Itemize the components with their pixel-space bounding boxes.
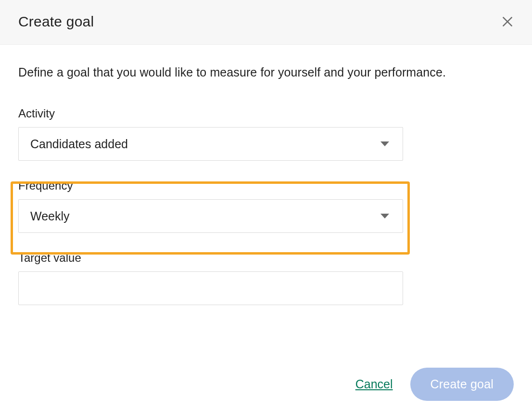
cancel-button[interactable]: Cancel bbox=[355, 377, 393, 391]
activity-value: Candidates added bbox=[30, 137, 128, 151]
frequency-select[interactable]: Weekly bbox=[18, 199, 403, 233]
create-goal-modal: Create goal Define a goal that you would… bbox=[0, 0, 532, 410]
modal-footer: Cancel Create goal bbox=[0, 368, 532, 401]
create-goal-button[interactable]: Create goal bbox=[410, 368, 514, 401]
caret-down-icon bbox=[380, 213, 389, 219]
activity-select[interactable]: Candidates added bbox=[18, 127, 403, 161]
target-label: Target value bbox=[18, 251, 514, 265]
target-input[interactable] bbox=[18, 271, 403, 305]
svg-marker-2 bbox=[380, 141, 389, 146]
modal-description: Define a goal that you would like to mea… bbox=[18, 64, 514, 81]
activity-group: Activity Candidates added bbox=[18, 107, 514, 161]
close-icon[interactable] bbox=[501, 15, 514, 28]
caret-down-icon bbox=[380, 141, 389, 147]
modal-header: Create goal bbox=[0, 0, 532, 45]
modal-body: Define a goal that you would like to mea… bbox=[0, 45, 532, 323]
frequency-group: Frequency Weekly bbox=[18, 179, 514, 233]
frequency-value: Weekly bbox=[30, 209, 70, 223]
modal-title: Create goal bbox=[18, 13, 94, 30]
svg-marker-3 bbox=[380, 214, 389, 218]
frequency-label: Frequency bbox=[18, 179, 514, 192]
activity-label: Activity bbox=[18, 107, 514, 120]
goal-form: Activity Candidates added Frequency Week… bbox=[18, 107, 514, 305]
target-group: Target value bbox=[18, 251, 514, 305]
